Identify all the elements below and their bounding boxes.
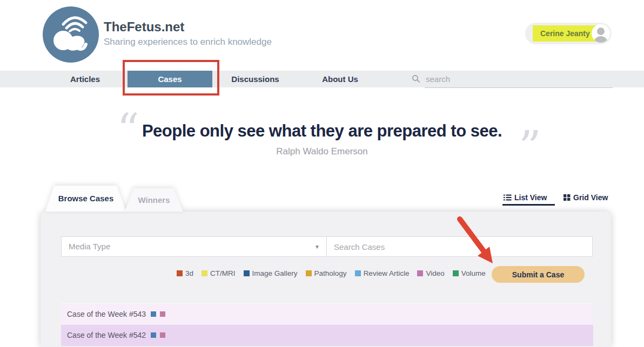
quote-text: People only see what they are prepared t… (0, 121, 644, 141)
review-article-tag-icon (151, 311, 156, 317)
media-type-legend: 3d CT/MRI Image Gallery Pathology Review… (177, 269, 486, 277)
site-header: TheFetus.net Sharing experiences to enri… (0, 0, 644, 71)
search-cases-input[interactable] (326, 236, 593, 257)
legend-swatch (306, 270, 312, 276)
review-article-tag-icon (151, 332, 156, 338)
tab-winners[interactable]: Winners (125, 188, 183, 212)
legend-swatch (202, 270, 207, 276)
legend-item-3d: 3d (177, 269, 193, 277)
nav-item-articles[interactable]: Articles (43, 71, 128, 87)
legend-swatch (244, 270, 250, 276)
legend-item-pathology: Pathology (306, 269, 347, 277)
legend-swatch (453, 270, 459, 276)
case-title: Case of the Week #543 (67, 310, 146, 318)
search-icon (412, 74, 420, 83)
grid-view-icon (564, 194, 571, 201)
site-tagline: Sharing experiences to enrich knowledge (104, 37, 272, 47)
site-logo[interactable] (43, 6, 99, 63)
legend-swatch (417, 270, 423, 276)
legend-item-volume: Volume (453, 269, 486, 277)
chevron-down-icon: ▼ (314, 244, 320, 250)
browse-cases-panel: Media Type ▼ 3d CT/MRI Image Gallery Pat… (41, 212, 611, 347)
tab-browse-cases[interactable]: Browse Cases (45, 186, 126, 212)
legend-item-image-gallery: Image Gallery (244, 269, 298, 277)
case-title: Case of the Week #542 (67, 331, 146, 339)
grid-view-button[interactable]: Grid View (564, 192, 608, 203)
submit-a-case-button[interactable]: Submit a Case (492, 266, 585, 283)
legend-swatch (177, 270, 183, 276)
legend-swatch (355, 270, 361, 276)
quote-author: Ralph Waldo Emerson (0, 146, 644, 157)
user-menu[interactable]: Cerine Jeanty (525, 23, 612, 44)
media-type-value: Media Type (62, 237, 326, 256)
list-view-icon (504, 194, 512, 201)
media-type-select[interactable]: Media Type ▼ (61, 236, 327, 257)
nav-search-input[interactable] (425, 71, 613, 88)
avatar-body-icon (594, 36, 608, 43)
case-row-542[interactable]: Case of the Week #542 (61, 325, 593, 346)
avatar-head-icon (597, 28, 605, 35)
list-view-label: List View (514, 193, 547, 202)
legend-item-video: Video (417, 269, 444, 277)
grid-view-label: Grid View (573, 193, 608, 202)
site-title[interactable]: TheFetus.net (104, 19, 184, 35)
avatar[interactable] (592, 24, 610, 43)
legend-item-review-article: Review Article (355, 269, 410, 277)
nav-item-discussions[interactable]: Discussions (213, 71, 298, 87)
fetus-logo-icon (43, 6, 99, 63)
video-tag-icon (160, 311, 165, 317)
video-tag-icon (160, 332, 165, 338)
nav-item-cases[interactable]: Cases (128, 71, 212, 87)
legend-item-ct-mri: CT/MRI (202, 269, 236, 277)
main-nav: Articles Cases Discussions About Us (0, 71, 644, 87)
close-quote-mark: ” (519, 125, 541, 169)
case-row-543[interactable]: Case of the Week #543 (61, 303, 593, 324)
nav-search (411, 71, 612, 87)
nav-item-about-us[interactable]: About Us (298, 71, 383, 87)
user-name[interactable]: Cerine Jeanty (533, 25, 598, 42)
list-view-button[interactable]: List View (504, 192, 547, 203)
list-view-active-underline (502, 204, 555, 206)
